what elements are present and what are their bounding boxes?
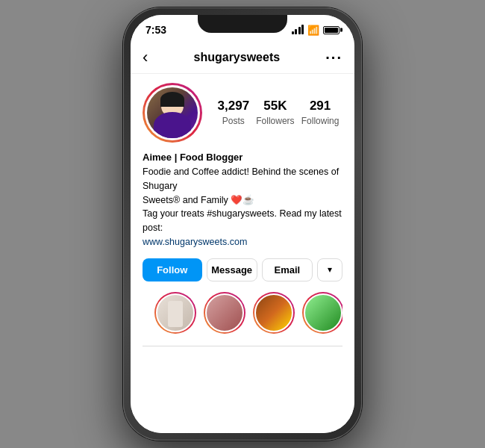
action-buttons: Follow Message Email ▾ bbox=[143, 258, 342, 281]
story-item[interactable] bbox=[204, 292, 245, 337]
follow-button[interactable]: Follow bbox=[143, 258, 202, 281]
following-label: Following bbox=[301, 116, 340, 126]
avatar-image bbox=[147, 87, 198, 138]
posts-count: 3,297 bbox=[218, 99, 250, 113]
bio-line2: Sweets® and Family ❤️☕ bbox=[143, 195, 254, 205]
story-thumbnail bbox=[254, 293, 293, 332]
dropdown-button[interactable]: ▾ bbox=[317, 258, 342, 281]
profile-section: 3,297 Posts 55K Followers 291 Following bbox=[131, 74, 354, 354]
story-item[interactable] bbox=[253, 292, 295, 337]
story-ring bbox=[302, 292, 342, 334]
story-item[interactable] bbox=[154, 292, 196, 337]
status-time: 7:53 bbox=[146, 24, 166, 36]
story-item[interactable] bbox=[302, 292, 342, 337]
story-thumbnail bbox=[205, 293, 244, 332]
screen-content: ‹ shugarysweets ··· bbox=[131, 42, 354, 433]
avatar-ring[interactable] bbox=[143, 83, 202, 143]
story-ring bbox=[253, 292, 295, 334]
bio-section: Aimee | Food Blogger Foodie and Coffee a… bbox=[143, 152, 342, 249]
phone-screen: 7:53 📶 ‹ shugarysweets ··· bbox=[131, 15, 354, 433]
posts-label: Posts bbox=[222, 116, 245, 126]
stories-row bbox=[143, 292, 342, 337]
more-options-button[interactable]: ··· bbox=[325, 49, 342, 66]
email-button[interactable]: Email bbox=[262, 258, 313, 281]
nav-bar: ‹ shugarysweets ··· bbox=[131, 42, 354, 74]
status-icons: 📶 bbox=[292, 25, 340, 36]
avatar bbox=[145, 85, 200, 140]
bio-text: Foodie and Coffee addict! Behind the sce… bbox=[143, 165, 342, 249]
profile-username: shugarysweets bbox=[194, 51, 281, 64]
story-thumbnail bbox=[304, 293, 342, 332]
message-button[interactable]: Message bbox=[207, 258, 257, 281]
wifi-icon: 📶 bbox=[307, 25, 319, 36]
stats-container: 3,297 Posts 55K Followers 291 Following bbox=[214, 99, 342, 127]
back-button[interactable]: ‹ bbox=[143, 48, 148, 67]
story-ring bbox=[154, 292, 196, 334]
bio-line3: Tag your treats #shugarysweets. Read my … bbox=[143, 208, 342, 233]
avatar-hair bbox=[160, 92, 184, 107]
notch bbox=[198, 15, 287, 33]
stat-following[interactable]: 291 Following bbox=[301, 99, 340, 127]
divider bbox=[143, 346, 342, 346]
followers-label: Followers bbox=[256, 116, 294, 126]
story-ring bbox=[204, 292, 245, 334]
signal-icon bbox=[292, 25, 304, 34]
battery-fill bbox=[325, 28, 338, 33]
followers-count: 55K bbox=[256, 99, 294, 113]
story-thumbnail bbox=[156, 293, 195, 332]
profile-header: 3,297 Posts 55K Followers 291 Following bbox=[143, 83, 342, 143]
stat-posts[interactable]: 3,297 Posts bbox=[218, 99, 250, 127]
bio-line1: Foodie and Coffee addict! Behind the sce… bbox=[143, 167, 339, 191]
following-count: 291 bbox=[301, 99, 340, 113]
stat-followers[interactable]: 55K Followers bbox=[256, 99, 294, 127]
display-name: Aimee | Food Blogger bbox=[143, 152, 342, 163]
website-link[interactable]: www.shugarysweets.com bbox=[143, 237, 247, 247]
phone-frame: 7:53 📶 ‹ shugarysweets ··· bbox=[123, 7, 362, 441]
battery-icon bbox=[323, 26, 340, 34]
